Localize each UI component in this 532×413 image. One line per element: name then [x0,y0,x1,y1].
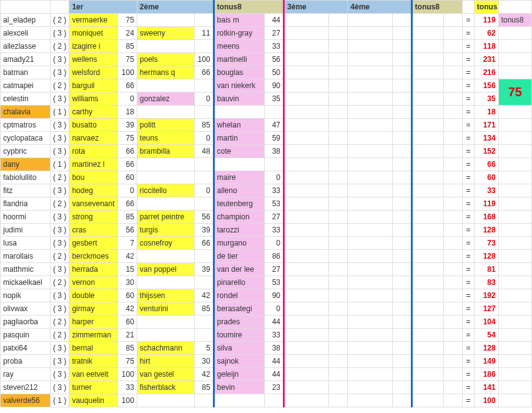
pick2-value: 85 [194,302,214,316]
table-row: judimi( 3 )cras56turgis39tarozzi33=128 [1,224,532,237]
pick2-name: poels [137,53,194,66]
tonus-a-name: prades [214,316,265,329]
pick1-value: 66 [118,197,137,211]
row-total: 134 [474,132,498,145]
table-row: flandria( 2 )vansevenant66teutenberg53=1… [1,197,532,211]
tonus-a-value [265,394,284,407]
pick1-name: girmay [69,302,118,316]
tonus-a-name: berasategi [214,302,265,316]
table-row: batman( 3 )welsford100hermans q66bouglas… [1,66,532,79]
player-name: patxi64 [1,342,51,355]
pick2-value [194,171,214,184]
pick1-name: turner [69,381,118,394]
player-name: nopik [1,289,51,302]
table-row: allezlasse( 2 )izagirre i85meens33=118 [1,40,532,53]
pick2-name [137,316,194,329]
equals-sign: = [463,53,474,66]
tonus-a-name: de tier [214,250,265,263]
equals-sign: = [463,329,474,342]
pick2-name [137,250,194,263]
equals-sign: = [463,394,474,407]
player-name: fitz [1,184,51,197]
par-count: ( 2 ) [50,171,69,184]
par-count: ( 2 ) [50,40,69,53]
row-total: 231 [474,53,498,66]
tonus-a-name: van der lee [214,263,265,276]
pick1-name: williams [69,92,118,106]
pick2-value [194,79,214,92]
pick1-name: hodeg [69,184,118,197]
pick1-value: 39 [118,119,137,132]
pick1-value: 0 [118,92,137,106]
pick2-value: 66 [194,66,214,79]
pick2-value [194,316,214,329]
pick2-value: 0 [194,92,214,106]
table-row: marollais( 2 )berckmoes42de tier86=128 [1,250,532,263]
tonus-a-value: 33 [265,40,284,53]
pick2-name: cosnefroy [137,237,194,250]
tonus-a-value: 27 [265,27,284,40]
pick1-value: 24 [118,27,137,40]
pick2-name [137,329,194,342]
par-count: ( 1 ) [50,106,69,119]
pick2-name [137,197,194,211]
table-row: hoormi( 3 )strong85parret peintre56champ… [1,211,532,224]
table-row: pagliaorba( 2 )harper60prades44=104 [1,316,532,329]
pick1-value: 75 [118,132,137,145]
pick2-value [194,106,214,119]
par-count: ( 3 ) [50,381,69,394]
pick2-value [194,14,214,27]
player-name: matthmic [1,263,51,276]
equals-sign: = [463,171,474,184]
table-row: chalavia( 1 )carthy18=18 [1,106,532,119]
par-count: ( 3 ) [50,302,69,316]
row-total: 168 [474,211,498,224]
pick2-value: 100 [194,53,214,66]
equals-sign: = [463,79,474,92]
player-name: celestin [1,92,51,106]
table-row: pasquin( 2 )zimmerman21toumire33=54 [1,329,532,342]
pick1-value: 21 [118,329,137,342]
tonus-a-value [265,106,284,119]
pick1-value: 75 [118,53,137,66]
tonus-a-value: 0 [265,237,284,250]
tonus-a-name: van niekerk [214,79,265,92]
pick1-value: 18 [118,106,137,119]
row-total: 104 [474,316,498,329]
table-row: valverde56( 1 )vauquelin100=100 [1,394,532,407]
pick1-name: welsford [69,66,118,79]
pick1-value: 100 [118,394,137,407]
pick1-name: vansevenant [69,197,118,211]
table-row: cyclopataca( 3 )narvaez75teuns0martin59=… [1,132,532,145]
row-total: 128 [474,250,498,263]
table-row: cptmatros( 3 )busatto39politt85whelan47=… [1,119,532,132]
player-name: fabiolullito [1,171,51,184]
equals-sign: = [463,381,474,394]
pick2-name: turgis [137,224,194,237]
pick2-value: 0 [194,184,214,197]
pick2-value: 66 [194,237,214,250]
tonus-a-name: cote [214,145,265,158]
pick2-name [137,106,194,119]
par-count: ( 3 ) [50,211,69,224]
player-name: pasquin [1,329,51,342]
row-total: 100 [474,394,498,407]
tonus-a-value: 38 [265,145,284,158]
tonus-a-value: 44 [265,368,284,381]
par-count: ( 3 ) [50,355,69,368]
row-total: 192 [474,289,498,302]
tonus-a-name: champion [214,211,265,224]
par-count: ( 3 ) [50,224,69,237]
pick1-value: 85 [118,40,137,53]
table-row: fabiolullito( 2 )bou60maire0=60 [1,171,532,184]
equals-sign: = [463,27,474,40]
equals-sign: = [463,342,474,355]
par-count: ( 3 ) [50,132,69,145]
tonus-a-value: 35 [265,92,284,106]
hdr-tonus-a: tonus8 [214,1,283,14]
pick2-value: 30 [194,355,214,368]
tonus-a-value: 47 [265,119,284,132]
pick2-name [137,158,194,171]
pick1-value: 42 [118,250,137,263]
row-total: 73 [474,237,498,250]
